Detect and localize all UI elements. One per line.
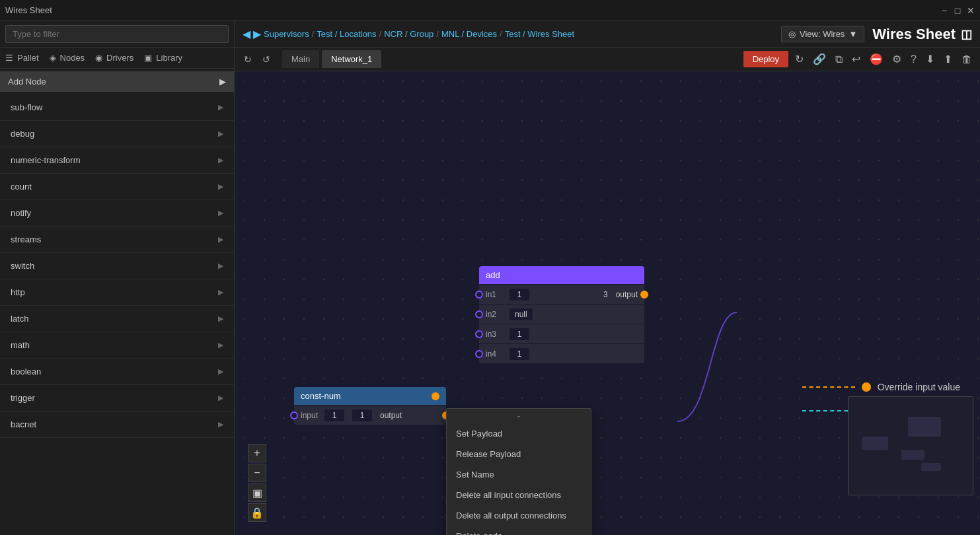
tab-nodes[interactable]: ◈ Nodes [50,50,85,65]
sidebar-tabs: ☰ Pallet ◈ Nodes ◉ Drivers ▣ Library [0,48,234,69]
titlebar-left: Wires Sheet [5,5,52,15]
merge-icon-button[interactable]: ⧉ [833,51,845,68]
tab-main[interactable]: Main [282,50,319,68]
sidebar-item-sub-flow[interactable]: sub-flow ▶ [0,94,234,121]
view-selector[interactable]: ◎ View: Wires ▼ [781,26,864,42]
sidebar-item-http[interactable]: http ▶ [0,279,234,306]
tab-drivers[interactable]: ◉ Drivers [95,50,133,65]
add-in2-port[interactable] [475,310,483,318]
add-node-button[interactable]: Add Node ▶ [0,71,234,92]
close-button[interactable]: ✕ [967,7,975,15]
chevron-down-icon: ▼ [848,29,857,39]
delete-icon-button[interactable]: 🗑 [959,51,975,68]
legend-dot-orange [862,382,871,392]
const-num-node[interactable]: const-num input 1 1 output [294,387,446,425]
sidebar-header [0,21,234,48]
sidebar-item-switch[interactable]: switch ▶ [0,253,234,279]
context-menu-delete-node[interactable]: Delete node [447,526,591,535]
sidebar-item-debug[interactable]: debug ▶ [0,121,234,147]
chevron-right-icon: ▶ [218,156,223,164]
add-node-in3-row: in3 1 [479,324,644,343]
add-node[interactable]: add in1 1 3 output in2 [479,266,644,363]
drivers-icon: ◉ [95,53,102,63]
context-menu-delete-output-connections[interactable]: Delete all output connections [447,505,591,526]
add-in1-port[interactable] [475,291,483,299]
chevron-right-icon: ▶ [219,77,226,87]
zoom-fit-button[interactable]: ▣ [248,483,266,502]
sidebar-item-boolean[interactable]: boolean ▶ [0,359,234,385]
breadcrumb-supervisors[interactable]: Supervisors [264,29,309,39]
zoom-controls: + − ▣ 🔒 [248,444,266,522]
context-menu-set-payload[interactable]: Set Payload [447,423,591,444]
context-menu-set-name[interactable]: Set Name [447,464,591,485]
nav-back-button[interactable]: ◀ [243,28,250,40]
add-node-header: add [479,266,644,284]
tab-network1[interactable]: Network_1 [322,50,381,68]
maximize-button[interactable]: □ [954,7,961,15]
link-icon-button[interactable]: 🔗 [810,50,829,68]
download-icon-button[interactable]: ⬇ [923,50,937,68]
sidebar-item-latch[interactable]: latch ▶ [0,306,234,332]
add-node-body: in1 1 3 output in2 null [479,284,644,363]
breadcrumb-ncr-group[interactable]: NCR / Group [384,29,433,39]
minimap[interactable] [848,396,973,495]
chevron-right-icon: ▶ [218,367,223,376]
zoom-out-button[interactable]: − [248,464,266,482]
const-num-body: input 1 1 output [294,405,446,425]
minimap-node-2 [862,437,888,450]
tab-actions: Deploy ↻ 🔗 ⧉ ↩ ⛔ ⚙ ? ⬇ ⬆ 🗑 [743,50,975,68]
nav-forward-button[interactable]: ▶ [253,28,261,40]
context-menu-release-payload[interactable]: Release Payload [447,444,591,464]
sidebar-items-list: sub-flow ▶ debug ▶ numeric-transform ▶ c… [0,94,234,535]
add-in4-port[interactable] [475,350,483,358]
sidebar-item-count[interactable]: count ▶ [0,174,234,200]
sidebar-item-trigger[interactable]: trigger ▶ [0,385,234,411]
sidebar-item-numeric-transform[interactable]: numeric-transform ▶ [0,147,234,174]
cancel-icon-button[interactable]: ⛔ [867,50,886,68]
sidebar-item-notify[interactable]: notify ▶ [0,200,234,227]
const-num-input-port[interactable] [290,411,298,419]
redo-button[interactable]: ↺ [258,52,274,67]
add-output-port[interactable] [640,291,648,299]
nodes-icon: ◈ [50,53,56,63]
titlebar-title: Wires Sheet [5,5,52,15]
breadcrumb-test-locations[interactable]: Test / Locations [317,29,376,39]
top-nav: ◀ ▶ Supervisors / Test / Locations / NCR… [235,21,980,48]
tab-library[interactable]: ▣ Library [144,50,182,65]
breadcrumb-mnl-devices[interactable]: MNL / Devices [441,29,497,39]
undo-redo-group: ↻ ↺ [240,52,274,67]
help-icon-button[interactable]: ? [908,51,919,68]
undo-button[interactable]: ↻ [240,52,256,67]
tab-bar: ↻ ↺ Main Network_1 Deploy ↻ 🔗 ⧉ ↩ ⛔ ⚙ ? … [235,48,980,71]
sidebar-item-streams[interactable]: streams ▶ [0,227,234,253]
settings-icon-button[interactable]: ⚙ [889,50,904,68]
search-input[interactable] [5,25,229,43]
minimap-content [848,397,973,495]
legend-line-orange [802,386,855,388]
undo-icon-button[interactable]: ↩ [849,50,863,68]
sidebar: ☰ Pallet ◈ Nodes ◉ Drivers ▣ Library Add… [0,21,235,535]
target-icon: ◎ [788,29,796,39]
chevron-right-icon: ▶ [218,420,223,429]
minimize-button[interactable]: − [940,7,948,15]
context-menu-delete-input-connections[interactable]: Delete all input connections [447,485,591,505]
library-icon: ▣ [144,53,152,63]
upload-icon-button[interactable]: ⬆ [941,50,955,68]
context-menu-dash: - [447,409,591,423]
titlebar-controls: − □ ✕ [940,7,975,15]
breadcrumb-test-wires-sheet[interactable]: Test / Wires Sheet [505,29,574,39]
tab-pallet[interactable]: ☰ Pallet [5,50,39,65]
sidebar-item-bacnet[interactable]: bacnet ▶ [0,411,234,438]
minimap-node-1 [908,417,941,437]
canvas[interactable]: add in1 1 3 output in2 [235,71,980,535]
sidebar-item-math[interactable]: math ▶ [0,332,234,359]
deploy-button[interactable]: Deploy [743,51,788,67]
chevron-right-icon: ▶ [218,262,223,270]
top-nav-right: ◎ View: Wires ▼ Wires Sheet ◫ [781,26,972,43]
zoom-in-button[interactable]: + [248,444,266,462]
refresh-icon-button[interactable]: ↻ [792,50,806,68]
minimap-node-3 [901,450,924,460]
chevron-right-icon: ▶ [218,288,223,297]
zoom-lock-button[interactable]: 🔒 [248,503,266,522]
add-in3-port[interactable] [475,330,483,338]
